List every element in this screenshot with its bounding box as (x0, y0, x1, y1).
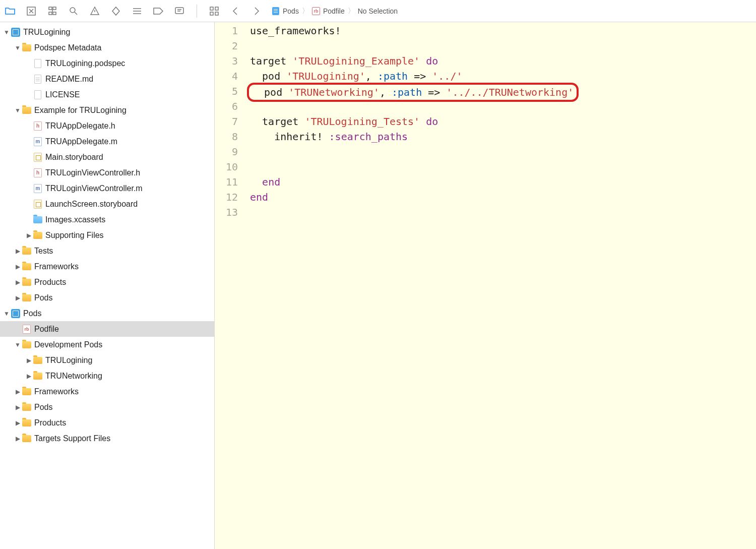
tree-row-label: Products (34, 278, 66, 287)
breadcrumb-item[interactable]: Podfile (323, 7, 345, 15)
file-icon (22, 247, 31, 256)
code-line[interactable]: target 'TRULogining_Tests' do (250, 114, 756, 129)
disclosure-triangle-icon[interactable]: ▶ (25, 232, 32, 239)
symbol-navigator-icon[interactable] (46, 5, 58, 17)
tree-row-label: Supporting Files (45, 231, 104, 240)
tree-row-label: Pods (34, 293, 52, 302)
tree-row-label: LICENSE (45, 90, 80, 99)
warning-icon[interactable] (89, 5, 101, 17)
tree-row[interactable]: ▶Pods (0, 399, 214, 415)
breadcrumb-item[interactable]: No Selection (358, 7, 398, 15)
tree-row[interactable]: mTRULoginViewController.m (0, 180, 214, 196)
tree-row[interactable]: ▶Tests (0, 243, 214, 259)
code-line[interactable]: end (250, 174, 756, 190)
code-line[interactable]: target 'TRULogining_Example' do (250, 53, 756, 69)
project-navigator[interactable]: ▼TRULogining▼Podspec MetadataTRULogining… (0, 22, 215, 549)
tree-row[interactable]: ▶Products (0, 415, 214, 431)
disclosure-triangle-icon[interactable]: ▶ (25, 357, 32, 364)
breadcrumb-item[interactable]: Pods (283, 7, 299, 15)
code-line[interactable] (250, 144, 756, 159)
disclosure-triangle-icon[interactable]: ▼ (14, 44, 21, 51)
disclosure-triangle-icon[interactable]: ▶ (14, 419, 21, 426)
disclosure-triangle-icon[interactable]: ▶ (25, 373, 32, 380)
tree-row[interactable]: ▼TRULogining (0, 24, 214, 40)
disclosure-triangle-icon[interactable]: ▶ (14, 294, 21, 301)
svg-rect-6 (175, 8, 183, 14)
back-icon[interactable] (229, 5, 241, 17)
line-number: 5 (215, 84, 238, 99)
code-line[interactable] (250, 159, 756, 174)
breakpoint-icon[interactable] (152, 5, 164, 17)
tree-row[interactable]: ▶Targets Support Files (0, 431, 214, 446)
line-number: 1 (215, 23, 238, 38)
disclosure-triangle-icon[interactable]: ▼ (14, 341, 21, 348)
disclosure-triangle-icon[interactable]: ▶ (14, 263, 21, 270)
disclosure-triangle-icon[interactable]: ▼ (3, 29, 10, 36)
code-content[interactable]: use_frameworks! target 'TRULogining_Exam… (245, 23, 756, 549)
forward-icon[interactable] (250, 5, 263, 17)
svg-rect-7 (210, 7, 213, 10)
file-icon (33, 153, 42, 162)
tree-row[interactable]: ▶Products (0, 274, 214, 290)
tree-row[interactable]: README.md (0, 71, 214, 87)
test-navigator-icon[interactable] (110, 5, 122, 17)
code-line[interactable]: pod 'TRUNetworking', :path => '../../TRU… (250, 84, 756, 99)
tree-row[interactable]: LaunchScreen.storyboard (0, 196, 214, 212)
tree-row[interactable]: ▼Pods (0, 306, 214, 321)
chevron-right-icon: 〉 (348, 7, 355, 16)
tree-row[interactable]: ▶Pods (0, 290, 214, 306)
code-line[interactable]: pod 'TRULogining', :path => '../' (250, 69, 756, 84)
disclosure-triangle-icon[interactable]: ▶ (14, 248, 21, 255)
toolbar: Pods 〉 rb Podfile 〉 No Selection (0, 0, 756, 22)
toolbar-separator (197, 5, 197, 18)
file-icon (22, 262, 31, 271)
source-control-icon[interactable] (25, 5, 37, 17)
tree-row[interactable]: ▶Frameworks (0, 259, 214, 274)
code-line[interactable] (250, 38, 756, 53)
debug-navigator-icon[interactable] (131, 5, 143, 17)
tree-row[interactable]: ▼Podspec Metadata (0, 40, 214, 55)
tree-row[interactable]: ▶TRULogining (0, 352, 214, 368)
tree-row[interactable]: TRULogining.podspec (0, 55, 214, 71)
tree-row[interactable]: ▶TRUNetworking (0, 368, 214, 384)
tree-row[interactable]: hTRULoginViewController.h (0, 165, 214, 180)
disclosure-triangle-icon[interactable]: ▶ (14, 388, 21, 395)
tree-row[interactable]: LICENSE (0, 87, 214, 102)
report-navigator-icon[interactable] (173, 5, 185, 17)
disclosure-triangle-icon (14, 326, 21, 333)
disclosure-triangle-icon (25, 201, 32, 208)
file-icon (22, 340, 31, 349)
code-line[interactable] (250, 205, 756, 220)
tree-row-label: Podfile (34, 325, 59, 334)
line-number: 9 (215, 144, 238, 159)
disclosure-triangle-icon[interactable]: ▶ (14, 435, 21, 442)
disclosure-triangle-icon[interactable]: ▼ (14, 107, 21, 114)
disclosure-triangle-icon[interactable]: ▶ (14, 279, 21, 286)
tree-row[interactable]: ▼Development Pods (0, 337, 214, 352)
navigator-folder-icon[interactable] (4, 5, 16, 17)
code-line[interactable]: use_frameworks! (250, 23, 756, 38)
tree-row[interactable]: Main.storyboard (0, 149, 214, 165)
disclosure-triangle-icon[interactable]: ▶ (14, 404, 21, 411)
svg-rect-1 (49, 7, 52, 10)
code-line[interactable] (250, 99, 756, 114)
tree-row[interactable]: rbPodfile (0, 321, 214, 337)
disclosure-triangle-icon[interactable]: ▼ (3, 310, 10, 317)
code-line[interactable]: end (250, 190, 756, 205)
tree-row[interactable]: mTRUAppDelegate.m (0, 134, 214, 149)
tree-row-label: Tests (34, 247, 53, 256)
file-icon (33, 215, 42, 224)
tree-row-label: Images.xcassets (45, 215, 105, 224)
code-editor[interactable]: 12345678910111213 use_frameworks! target… (215, 22, 756, 549)
disclosure-triangle-icon (25, 138, 32, 145)
line-number: 13 (215, 205, 238, 220)
disclosure-triangle-icon (25, 154, 32, 161)
tree-row[interactable]: hTRUAppDelegate.h (0, 118, 214, 134)
search-icon[interactable] (68, 5, 80, 17)
tree-row[interactable]: Images.xcassets (0, 212, 214, 227)
related-items-icon[interactable] (208, 5, 220, 17)
tree-row[interactable]: ▶Frameworks (0, 384, 214, 399)
tree-row[interactable]: ▼Example for TRULogining (0, 102, 214, 118)
code-line[interactable]: inherit! :search_paths (250, 129, 756, 144)
tree-row[interactable]: ▶Supporting Files (0, 227, 214, 243)
